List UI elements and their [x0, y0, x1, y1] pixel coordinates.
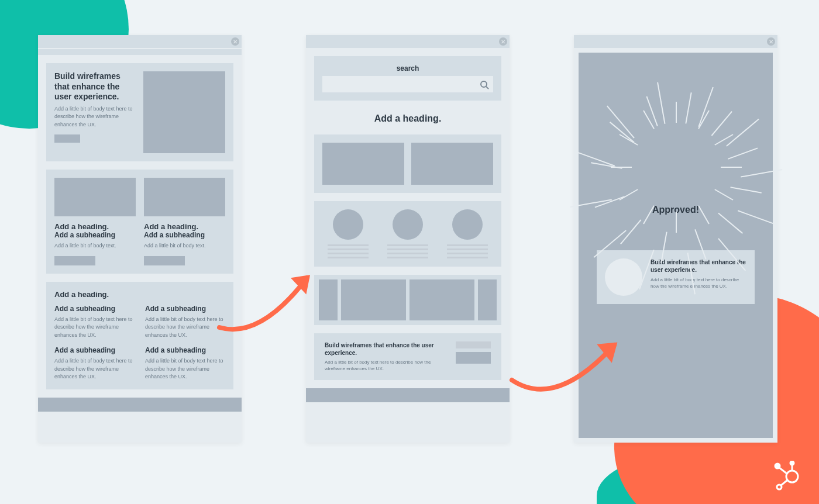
image-row-panel	[314, 134, 501, 193]
close-icon[interactable]: ✕	[767, 37, 775, 46]
card-body: Add a little bit of body text.	[54, 242, 136, 250]
feature-subheading: Add a subheading	[54, 305, 135, 313]
close-icon[interactable]: ✕	[231, 37, 239, 46]
wireframe-mockup-2: ✕ search Add a heading.	[306, 35, 510, 443]
avatar-placeholder	[452, 209, 483, 240]
triple-column-panel	[314, 201, 501, 267]
search-label: search	[322, 64, 493, 73]
feature-subheading: Add a subheading	[145, 346, 225, 354]
summary-body: Add a little bit of body text here to de…	[651, 277, 746, 289]
window-titlebar: ✕	[306, 35, 510, 48]
wireframe-mockup-1: ✕ Build wireframes that enhance the user…	[38, 35, 242, 443]
hero-title: Build wireframes that enhance the user e…	[54, 71, 136, 102]
column-item	[382, 209, 433, 258]
cta-button-secondary[interactable]	[456, 341, 491, 348]
flow-arrow-2	[503, 333, 626, 409]
window-titlebar: ✕	[38, 35, 242, 48]
hero-panel: Build wireframes that enhance the user e…	[46, 63, 233, 161]
feature-section: Add a heading. Add a subheading Add a li…	[46, 282, 233, 389]
cta-panel: Build wireframes that enhance the user e…	[314, 333, 501, 380]
feature-item: Add a subheading Add a little bit of bod…	[54, 305, 135, 340]
svg-point-2	[786, 471, 798, 482]
feature-body: Add a little bit of body text here to de…	[54, 316, 135, 340]
window-titlebar: ✕	[574, 35, 777, 48]
card-button[interactable]	[144, 256, 185, 265]
cta-title: Build wireframes that enhance the user e…	[325, 341, 444, 357]
search-icon	[480, 81, 487, 88]
card-heading: Add a heading.	[144, 222, 225, 231]
card-body: Add a little bit of body text.	[144, 242, 225, 250]
window-subbar	[38, 49, 242, 55]
feature-item: Add a subheading Add a little bit of bod…	[145, 346, 225, 381]
feature-subheading: Add a subheading	[54, 346, 135, 354]
flow-arrow-1	[208, 263, 325, 339]
image-placeholder	[411, 143, 493, 185]
image-placeholder	[341, 279, 406, 320]
hero-image-placeholder	[143, 71, 225, 153]
page-heading: Add a heading.	[314, 109, 501, 126]
card-button[interactable]	[54, 256, 95, 265]
avatar-placeholder	[333, 209, 363, 240]
svg-point-8	[775, 464, 780, 468]
card-subheading: Add a subheading	[54, 231, 136, 239]
close-icon[interactable]: ✕	[499, 37, 507, 46]
footer-bar	[306, 388, 510, 402]
summary-title: Build wireframes that enhance the user e…	[651, 258, 746, 274]
summary-card: Build wireframes that enhance the user e…	[597, 250, 755, 304]
hero-body: Add a little bit of body text here to de…	[54, 105, 136, 129]
column-item	[442, 209, 493, 258]
two-card-panel: Add a heading. Add a subheading Add a li…	[46, 170, 233, 274]
image-placeholder	[478, 279, 497, 320]
feature-body: Add a little bit of body text here to de…	[54, 357, 135, 381]
gallery-panel	[314, 275, 501, 325]
avatar-placeholder	[393, 209, 423, 240]
cta-button-primary[interactable]	[456, 352, 491, 364]
svg-point-4	[790, 461, 794, 465]
card-item: Add a heading. Add a subheading Add a li…	[54, 178, 136, 265]
column-item	[322, 209, 374, 258]
starburst-icon	[617, 76, 734, 193]
cta-body: Add a little bit of body text here to de…	[325, 359, 444, 372]
hubspot-logo-icon	[773, 461, 805, 492]
avatar-placeholder	[605, 258, 642, 296]
section-heading: Add a heading.	[54, 290, 225, 299]
footer-bar	[38, 398, 242, 412]
feature-body: Add a little bit of body text here to de…	[145, 357, 225, 381]
image-placeholder	[410, 279, 474, 320]
search-panel: search	[314, 56, 501, 101]
card-subheading: Add a subheading	[144, 231, 225, 239]
feature-item: Add a subheading Add a little bit of bod…	[54, 346, 135, 381]
image-placeholder	[322, 143, 404, 185]
hero-button[interactable]	[54, 134, 80, 143]
search-input[interactable]	[322, 76, 493, 92]
card-item: Add a heading. Add a subheading Add a li…	[144, 178, 225, 265]
card-image-placeholder	[144, 178, 225, 216]
card-heading: Add a heading.	[54, 222, 136, 231]
svg-point-6	[777, 485, 782, 489]
card-image-placeholder	[54, 178, 136, 216]
